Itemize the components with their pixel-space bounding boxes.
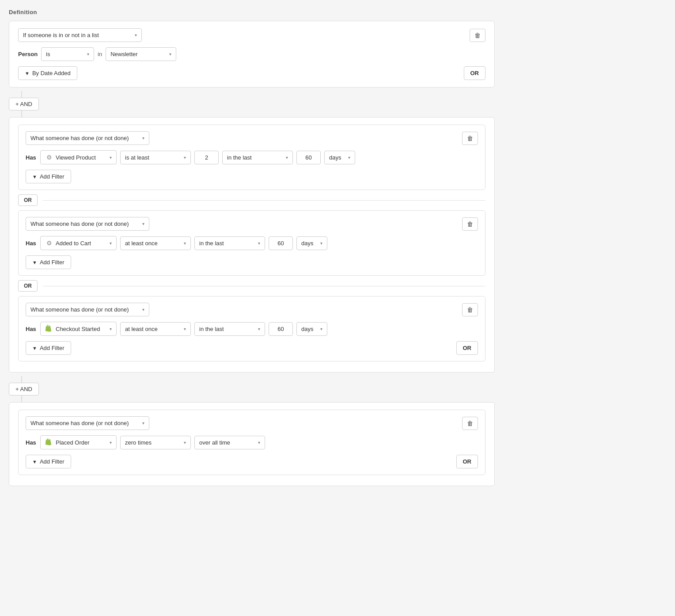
or2-line <box>43 286 485 286</box>
block1-is-chevron: ▾ <box>87 52 89 57</box>
block3-row1-actions: ▼ Add Filter OR <box>26 455 478 468</box>
block3-row1-shopify-icon <box>45 438 53 446</box>
block3-row1-header: What someone has done (or not done) ▾ 🗑 <box>26 416 478 430</box>
block2-row1-condition-type[interactable]: What someone has done (or not done) ▾ <box>26 131 149 145</box>
block2-row3-has-row: Has Checkout Started ▾ at least once ▾ i… <box>26 322 478 336</box>
block2-row2-event-select[interactable]: ⚙ Added to Cart ▾ <box>40 236 117 250</box>
block3-row1-has-label: Has <box>26 439 37 446</box>
block2-row2-time-unit-select[interactable]: days ▾ <box>296 236 327 250</box>
block3-row1-frequency-select[interactable]: zero times ▾ <box>120 436 191 449</box>
block2-or-right-button[interactable]: OR <box>456 341 478 355</box>
block2-row2-has-label: Has <box>26 240 37 247</box>
block2-row1-time-unit-select[interactable]: days ▾ <box>324 151 355 164</box>
or-connector-1: OR <box>18 194 485 206</box>
block1-by-date-button[interactable]: ▼ By Date Added <box>18 66 77 80</box>
block2-row1-condition-label: What someone has done (or not done) <box>30 135 129 141</box>
block2-row2: What someone has done (or not done) ▾ 🗑 … <box>18 210 485 276</box>
block2-row1-time-value-input[interactable]: 60 <box>296 151 321 164</box>
block3-row1-time-qualifier-select[interactable]: over all time ▾ <box>194 436 265 449</box>
block2-row1-add-filter-button[interactable]: ▼ Add Filter <box>26 170 71 183</box>
block2-row2-time-qualifier-select[interactable]: in the last ▾ <box>194 236 265 250</box>
block2-row3-condition-label: What someone has done (or not done) <box>30 306 129 313</box>
block2-row3-filter-icon: ▼ <box>32 346 37 351</box>
block3-row1-event-select[interactable]: Placed Order ▾ <box>40 435 117 449</box>
block2-container: What someone has done (or not done) ▾ 🗑 … <box>9 117 495 373</box>
block1-header: If someone is in or not in a list ▾ 🗑 <box>18 28 485 42</box>
block2-row1-has-row: Has ⚙ Viewed Product ▾ is at least ▾ 2 i… <box>26 150 478 164</box>
block2-row1-gear-icon: ⚙ <box>45 153 53 161</box>
block3-row1-condition-label: What someone has done (or not done) <box>30 420 129 426</box>
block2-row2-delete-button[interactable]: 🗑 <box>462 217 478 231</box>
block2-row2-header: What someone has done (or not done) ▾ 🗑 <box>26 217 478 231</box>
block1-container: If someone is in or not in a list ▾ 🗑 Pe… <box>9 21 495 87</box>
block2-row3-actions: ▼ Add Filter OR <box>26 341 478 355</box>
block2-row2-condition-label: What someone has done (or not done) <box>30 221 129 227</box>
block2-row1-chevron: ▾ <box>142 136 144 141</box>
or-connector-2: OR <box>18 280 485 292</box>
block3-row1-condition-type[interactable]: What someone has done (or not done) ▾ <box>26 416 149 430</box>
block2-row1-event-chevron: ▾ <box>110 155 112 160</box>
block2-row1-delete-button[interactable]: 🗑 <box>462 132 478 145</box>
block1-person-label: Person <box>18 51 38 57</box>
block2-row1-has-label: Has <box>26 154 37 161</box>
block2-row1-frequency-select[interactable]: is at least ▾ <box>120 151 191 164</box>
block1-list-select[interactable]: Newsletter ▾ <box>106 47 176 61</box>
block2-row2-has-row: Has ⚙ Added to Cart ▾ at least once ▾ in… <box>26 236 478 250</box>
block2-row1-header: What someone has done (or not done) ▾ 🗑 <box>26 131 478 145</box>
block3-or-right-button[interactable]: OR <box>456 455 478 468</box>
block1-in-label: in <box>98 51 102 57</box>
block2-row3-event-select[interactable]: Checkout Started ▾ <box>40 322 117 336</box>
block3-row1-filter-icon: ▼ <box>32 459 37 464</box>
or1-line <box>43 200 485 201</box>
block2-row3-frequency-select[interactable]: at least once ▾ <box>120 322 191 336</box>
block1-person-row: Person is ▾ in Newsletter ▾ <box>18 47 485 61</box>
block2-row3-add-filter-button[interactable]: ▼ Add Filter <box>26 341 71 355</box>
and-connector-2: + AND <box>9 376 495 402</box>
block3-row1-event-label: Placed Order <box>56 439 104 446</box>
block2-row3-time-unit-select[interactable]: days ▾ <box>296 322 327 336</box>
block2-row3-has-label: Has <box>26 326 37 332</box>
block2-row2-filter-icon: ▼ <box>32 260 37 265</box>
block2-row2-frequency-select[interactable]: at least once ▾ <box>120 236 191 250</box>
block1-list-chevron: ▾ <box>169 52 171 57</box>
block2-row3-time-qualifier-select[interactable]: in the last ▾ <box>194 322 265 336</box>
block2-row3: What someone has done (or not done) ▾ 🗑 … <box>18 296 485 361</box>
block2-row1-event-select[interactable]: ⚙ Viewed Product ▾ <box>40 150 117 164</box>
block1-actions: ▼ By Date Added OR <box>18 66 485 80</box>
and-connector-1: + AND <box>9 91 495 117</box>
and1-button[interactable]: + AND <box>9 98 39 110</box>
block2-row3-event-label: Checkout Started <box>56 326 104 332</box>
block1-delete-button[interactable]: 🗑 <box>470 29 485 42</box>
block2-row3-shopify-icon <box>45 325 53 333</box>
block2-row2-condition-type[interactable]: What someone has done (or not done) ▾ <box>26 217 149 231</box>
block1-condition-type[interactable]: If someone is in or not in a list ▾ <box>18 28 142 42</box>
and2-button[interactable]: + AND <box>9 383 39 395</box>
or2-button[interactable]: OR <box>18 280 38 292</box>
block3-container: What someone has done (or not done) ▾ 🗑 … <box>9 402 495 486</box>
section-title: Definition <box>9 9 495 15</box>
block2-row1-filter-icon: ▼ <box>32 174 37 179</box>
block1-or-button[interactable]: OR <box>464 66 486 80</box>
block2-row3-condition-type[interactable]: What someone has done (or not done) ▾ <box>26 303 149 316</box>
block2-row1-event-label: Viewed Product <box>56 154 104 161</box>
block2-row3-delete-button[interactable]: 🗑 <box>462 303 478 316</box>
block2-row2-event-label: Added to Cart <box>56 240 104 247</box>
block2-row2-gear-icon: ⚙ <box>45 239 53 247</box>
filter-icon: ▼ <box>25 71 30 76</box>
block2-row1-count-input[interactable]: 2 <box>194 151 219 164</box>
block1-person-is-select[interactable]: is ▾ <box>41 47 94 61</box>
block3-row1-has-row: Has Placed Order ▾ zero times ▾ over all… <box>26 435 478 449</box>
or1-button[interactable]: OR <box>18 194 38 206</box>
block2-row2-add-filter-button[interactable]: ▼ Add Filter <box>26 255 71 269</box>
block2-row3-time-value-input[interactable]: 60 <box>269 322 293 336</box>
block1-condition-chevron: ▾ <box>135 33 137 38</box>
block2-row1-time-qualifier-select[interactable]: in the last ▾ <box>222 151 293 164</box>
block2-row2-time-value-input[interactable]: 60 <box>269 236 293 250</box>
block3-row1: What someone has done (or not done) ▾ 🗑 … <box>18 410 485 475</box>
block3-row1-add-filter-button[interactable]: ▼ Add Filter <box>26 455 71 468</box>
block2-row1: What someone has done (or not done) ▾ 🗑 … <box>18 125 485 190</box>
block2-row3-header: What someone has done (or not done) ▾ 🗑 <box>26 303 478 316</box>
block1-condition-type-label: If someone is in or not in a list <box>23 32 99 38</box>
block3-row1-delete-button[interactable]: 🗑 <box>462 417 478 430</box>
